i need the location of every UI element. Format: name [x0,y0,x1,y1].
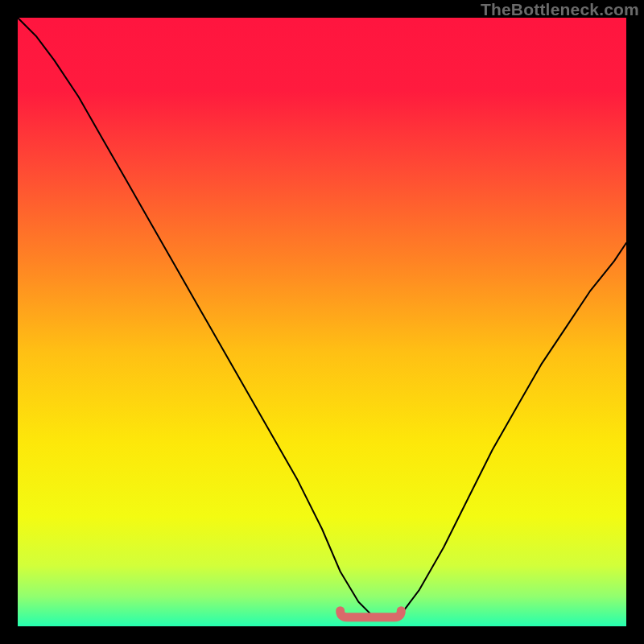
chart-frame: TheBottleneck.com [0,0,644,644]
curve-layer [18,18,626,626]
watermark-text: TheBottleneck.com [481,0,639,19]
bottom-marker [341,611,402,617]
plot-area [18,18,626,626]
bottleneck-curve [18,18,626,620]
